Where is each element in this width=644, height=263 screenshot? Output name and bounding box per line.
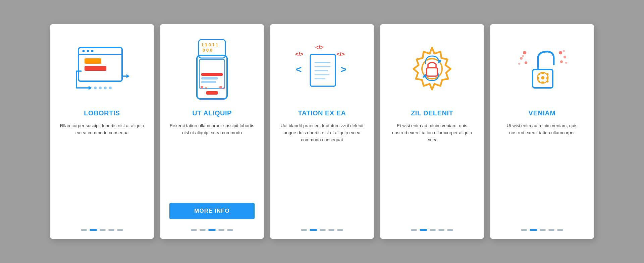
svg-point-24	[205, 87, 207, 89]
dots-row	[521, 226, 563, 231]
dot-1	[301, 229, 307, 231]
lock-gear-icon	[508, 34, 576, 101]
svg-point-2	[83, 50, 85, 52]
card-title: VENIAM	[529, 109, 556, 117]
svg-point-59	[560, 60, 563, 63]
svg-text:</>: </>	[315, 44, 324, 51]
cards-container: LOBORTIS Rllamcorper suscipit lobortis n…	[30, 11, 614, 252]
svg-point-11	[99, 87, 102, 89]
svg-point-54	[520, 57, 523, 60]
dots-row	[411, 226, 453, 231]
svg-point-25	[219, 86, 222, 89]
svg-rect-6	[85, 66, 106, 71]
card-ut-aliquip: 1 1 0 1 1 0 0 0 UT ALIQUIP Eexerci tatio…	[160, 24, 264, 239]
svg-point-55	[525, 61, 527, 64]
dot-1	[411, 229, 417, 231]
dot-2-active	[420, 229, 427, 231]
svg-rect-0	[78, 48, 122, 81]
svg-rect-21	[201, 77, 218, 80]
dot-3	[540, 229, 546, 231]
card-title: ZIL DELENIT	[411, 109, 453, 117]
code-document-icon: </> </> </> < >	[288, 34, 356, 101]
svg-point-12	[104, 87, 107, 89]
card-desc: Uui blandit praesent luptatum zzril dele…	[279, 122, 365, 219]
dot-5	[337, 229, 343, 231]
dot-5	[557, 229, 563, 231]
svg-rect-51	[546, 80, 549, 83]
card-desc: Et wisi enim ad minim veniam, quis nostr…	[389, 122, 475, 219]
svg-rect-20	[201, 73, 223, 76]
dots-row	[81, 226, 123, 231]
dot-5	[227, 229, 233, 231]
svg-point-3	[87, 50, 89, 52]
dot-3	[320, 229, 326, 231]
dot-4	[328, 229, 334, 231]
svg-rect-39	[427, 68, 437, 76]
svg-point-26	[223, 87, 225, 89]
gear-security-icon	[398, 34, 466, 101]
svg-rect-27	[310, 54, 335, 86]
card-zil-delenit: ZIL DELENIT Et wisi enim ad minim veniam…	[380, 24, 484, 239]
dot-2-active	[90, 229, 97, 231]
svg-rect-49	[546, 73, 549, 75]
svg-point-56	[518, 63, 520, 65]
svg-marker-9	[126, 74, 129, 78]
dot-4	[438, 229, 444, 231]
svg-point-62	[563, 50, 565, 52]
dot-1	[521, 229, 527, 231]
dot-3-active	[208, 229, 216, 231]
dot-2	[200, 229, 206, 231]
svg-text:<: <	[296, 64, 302, 75]
svg-rect-46	[537, 77, 539, 80]
svg-text:0 0 0: 0 0 0	[203, 48, 212, 53]
card-title: UT ALIQUIP	[192, 109, 232, 117]
dot-1	[191, 229, 197, 231]
svg-point-13	[109, 87, 112, 89]
dot-4	[548, 229, 554, 231]
svg-rect-16	[206, 91, 218, 95]
svg-point-60	[565, 62, 567, 64]
svg-rect-44	[541, 72, 544, 74]
dot-3	[430, 229, 436, 231]
svg-text:>: >	[340, 64, 346, 75]
svg-rect-5	[85, 58, 101, 64]
card-title: TATION EX EA	[298, 109, 346, 117]
svg-point-61	[522, 55, 524, 57]
dot-2-active	[530, 229, 537, 231]
dots-row	[301, 226, 343, 231]
svg-rect-22	[201, 81, 216, 83]
svg-point-58	[564, 56, 566, 58]
card-title: LOBORTIS	[84, 109, 120, 117]
svg-marker-7	[89, 86, 92, 90]
dot-5	[447, 229, 453, 231]
dot-5	[117, 229, 123, 231]
svg-text:1 1 0 1 1: 1 1 0 1 1	[201, 42, 218, 47]
svg-text:</>: </>	[295, 51, 304, 57]
web-layout-icon	[68, 34, 136, 101]
svg-text:</>: </>	[336, 51, 345, 57]
card-desc: Rllamcorper suscipit lobortis nisl ut al…	[59, 122, 145, 219]
mobile-binary-icon: 1 1 0 1 1 0 0 0	[178, 34, 246, 101]
dot-4	[108, 229, 114, 231]
dot-3	[100, 229, 106, 231]
dot-4	[218, 229, 224, 231]
svg-point-4	[91, 50, 94, 52]
card-veniam: VENIAM Ut wisi enim ad minim veniam, qui…	[490, 24, 594, 239]
card-tation-ex-ea: </> </> </> < > TATION EX EA Uui blandit…	[270, 24, 374, 239]
svg-point-52	[541, 76, 544, 80]
card-desc: Ut wisi enim ad minim veniam, quis nostr…	[499, 122, 585, 219]
card-lobortis: LOBORTIS Rllamcorper suscipit lobortis n…	[50, 24, 154, 239]
dot-1	[81, 229, 87, 231]
svg-point-53	[523, 51, 526, 54]
svg-point-10	[94, 87, 97, 89]
card-desc: Eexerci tation ullamcorper suscipit lobo…	[169, 122, 255, 196]
dot-2-active	[310, 229, 317, 231]
svg-point-23	[201, 86, 203, 89]
svg-rect-45	[541, 82, 544, 84]
more-info-button[interactable]: MORE INFO	[169, 203, 255, 219]
svg-point-57	[559, 51, 562, 54]
svg-rect-47	[546, 77, 548, 80]
dots-row	[191, 226, 233, 231]
